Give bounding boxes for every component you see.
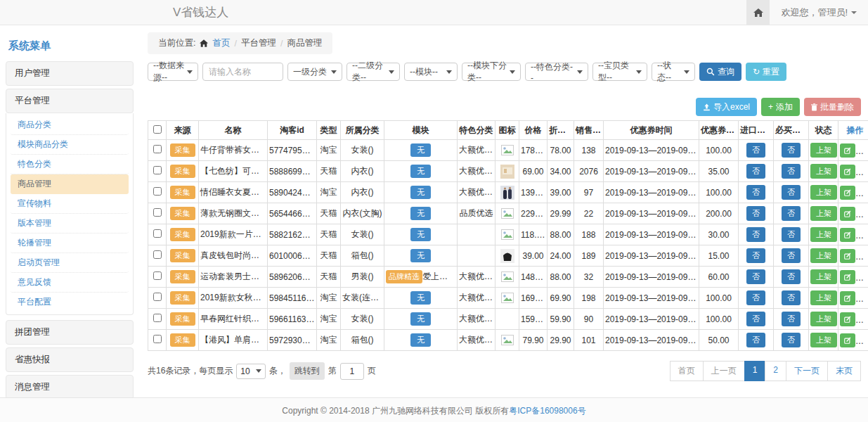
- status-button[interactable]: 上架: [810, 143, 837, 158]
- sidebar-sub-item[interactable]: 版本管理: [11, 214, 129, 234]
- edit-button[interactable]: [840, 165, 855, 179]
- status-button[interactable]: 上架: [810, 206, 837, 221]
- sidebar-group-item[interactable]: 平台管理: [6, 89, 134, 113]
- page-number-input[interactable]: [340, 363, 364, 380]
- data-source-filter[interactable]: --数据来源--: [148, 63, 198, 81]
- edit-button[interactable]: [840, 312, 855, 326]
- module-none-badge[interactable]: 无: [410, 143, 431, 157]
- import-optional-toggle[interactable]: 否: [746, 312, 765, 326]
- must-buy-toggle[interactable]: 否: [782, 143, 801, 158]
- import-optional-toggle[interactable]: 否: [746, 227, 765, 242]
- status-button[interactable]: 上架: [810, 227, 837, 242]
- import-optional-toggle[interactable]: 否: [746, 269, 765, 284]
- sidebar-group-item[interactable]: 用户管理: [6, 61, 134, 86]
- row-checkbox[interactable]: [153, 145, 162, 153]
- page-button[interactable]: 2: [765, 361, 786, 381]
- import-excel-button[interactable]: 导入excel: [696, 98, 757, 116]
- import-optional-toggle[interactable]: 否: [746, 248, 765, 263]
- import-optional-toggle[interactable]: 否: [746, 290, 765, 305]
- module-none-badge[interactable]: 无: [410, 333, 431, 347]
- sidebar-sub-item[interactable]: 启动页管理: [11, 253, 129, 273]
- sidebar-sub-item[interactable]: 平台配置: [11, 293, 129, 312]
- import-optional-toggle[interactable]: 否: [746, 143, 765, 158]
- feature-category-filter[interactable]: --特色分类--: [525, 63, 588, 81]
- edit-button[interactable]: [840, 333, 855, 347]
- level1-category-filter[interactable]: 一级分类: [287, 63, 342, 81]
- import-optional-toggle[interactable]: 否: [746, 164, 765, 179]
- home-button[interactable]: [746, 0, 770, 25]
- must-buy-toggle[interactable]: 否: [782, 312, 801, 326]
- sidebar-sub-item[interactable]: 商品管理: [11, 174, 129, 194]
- edit-button[interactable]: [840, 270, 855, 284]
- status-button[interactable]: 上架: [810, 185, 837, 200]
- row-checkbox[interactable]: [153, 293, 162, 301]
- edit-button[interactable]: [840, 228, 855, 242]
- status-button[interactable]: 上架: [810, 290, 837, 305]
- user-menu[interactable]: 欢迎您，管理员!: [770, 0, 868, 25]
- page-button[interactable]: 下一页: [786, 361, 828, 381]
- add-button[interactable]: + 添加: [761, 98, 800, 116]
- jump-button[interactable]: 跳转到: [290, 362, 325, 380]
- status-button[interactable]: 上架: [810, 248, 837, 263]
- sidebar-sub-item[interactable]: 模块商品分类: [11, 135, 129, 155]
- module-subcategory-filter[interactable]: --模块下分类--: [462, 63, 521, 81]
- batch-delete-button[interactable]: 批量删除: [804, 98, 861, 116]
- row-checkbox[interactable]: [153, 271, 162, 280]
- status-button[interactable]: 上架: [810, 164, 837, 179]
- sidebar-sub-item[interactable]: 商品分类: [11, 115, 129, 135]
- edit-button[interactable]: [840, 291, 855, 305]
- import-optional-toggle[interactable]: 否: [746, 333, 765, 347]
- import-optional-toggle[interactable]: 否: [746, 206, 765, 221]
- status-button[interactable]: 上架: [810, 312, 837, 326]
- sidebar-group-item[interactable]: 省惠快报: [6, 347, 134, 372]
- sidebar-group-item[interactable]: 拼团管理: [6, 320, 134, 345]
- module-none-badge[interactable]: 无: [410, 228, 431, 241]
- module-none-badge[interactable]: 无: [410, 291, 431, 305]
- per-page-select[interactable]: 10: [236, 364, 265, 379]
- row-checkbox[interactable]: [153, 166, 162, 174]
- must-buy-toggle[interactable]: 否: [782, 185, 801, 200]
- page-button[interactable]: 上一页: [703, 361, 745, 381]
- module-brand-badge[interactable]: 品牌精选: [386, 270, 422, 283]
- sidebar-sub-item[interactable]: 宣传物料: [11, 194, 129, 214]
- sidebar-sub-item[interactable]: 特色分类: [11, 155, 129, 174]
- edit-button[interactable]: [840, 249, 855, 263]
- must-buy-toggle[interactable]: 否: [782, 333, 801, 347]
- module-none-badge[interactable]: 无: [410, 186, 431, 199]
- sidebar-sub-item[interactable]: 轮播管理: [11, 234, 129, 253]
- edit-button[interactable]: [840, 207, 855, 221]
- must-buy-toggle[interactable]: 否: [782, 248, 801, 263]
- name-search-input[interactable]: [202, 63, 283, 81]
- page-button[interactable]: 首页: [670, 361, 704, 381]
- row-checkbox[interactable]: [153, 229, 162, 238]
- status-button[interactable]: 上架: [810, 333, 837, 347]
- row-checkbox[interactable]: [153, 314, 162, 322]
- edit-button[interactable]: [840, 143, 855, 158]
- must-buy-toggle[interactable]: 否: [782, 164, 801, 179]
- status-button[interactable]: 上架: [810, 269, 837, 284]
- level2-category-filter[interactable]: --二级分类--: [346, 63, 400, 81]
- sidebar-group-item[interactable]: 消息管理: [6, 375, 134, 399]
- row-checkbox[interactable]: [153, 187, 162, 196]
- sidebar-sub-item[interactable]: 意见反馈: [11, 273, 129, 293]
- module-filter[interactable]: --模块--: [404, 63, 458, 81]
- must-buy-toggle[interactable]: 否: [782, 206, 801, 221]
- module-none-badge[interactable]: 无: [410, 165, 431, 178]
- page-button[interactable]: 1: [744, 361, 766, 381]
- reset-button[interactable]: ↻ 重置: [746, 63, 786, 81]
- must-buy-toggle[interactable]: 否: [782, 290, 801, 305]
- row-checkbox[interactable]: [153, 335, 162, 343]
- select-all-checkbox[interactable]: [153, 125, 162, 134]
- status-filter[interactable]: --状态--: [652, 63, 695, 81]
- import-optional-toggle[interactable]: 否: [746, 185, 765, 200]
- row-checkbox[interactable]: [153, 208, 162, 217]
- module-none-badge[interactable]: 无: [410, 207, 431, 220]
- edit-button[interactable]: [840, 186, 855, 200]
- module-none-badge[interactable]: 无: [410, 312, 431, 326]
- row-checkbox[interactable]: [153, 250, 162, 259]
- item-type-filter[interactable]: --宝贝类型--: [592, 63, 647, 81]
- icp-link[interactable]: 粤ICP备16098006号: [509, 406, 585, 416]
- module-none-badge[interactable]: 无: [410, 249, 431, 262]
- breadcrumb-home-link[interactable]: 首页: [212, 37, 230, 49]
- page-button[interactable]: 末页: [827, 361, 861, 381]
